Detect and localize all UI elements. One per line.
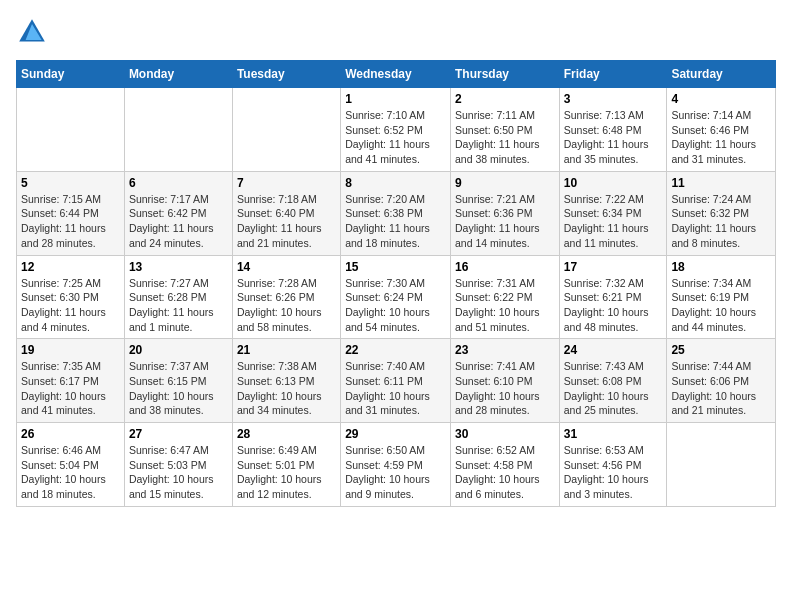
day-number: 24: [564, 343, 663, 357]
calendar-cell: 28Sunrise: 6:49 AM Sunset: 5:01 PM Dayli…: [232, 423, 340, 507]
day-info: Sunrise: 7:43 AM Sunset: 6:08 PM Dayligh…: [564, 359, 663, 418]
calendar-cell: 12Sunrise: 7:25 AM Sunset: 6:30 PM Dayli…: [17, 255, 125, 339]
week-row-1: 1Sunrise: 7:10 AM Sunset: 6:52 PM Daylig…: [17, 88, 776, 172]
day-number: 3: [564, 92, 663, 106]
calendar-cell: 22Sunrise: 7:40 AM Sunset: 6:11 PM Dayli…: [341, 339, 451, 423]
day-info: Sunrise: 7:10 AM Sunset: 6:52 PM Dayligh…: [345, 108, 446, 167]
day-header-saturday: Saturday: [667, 61, 776, 88]
calendar-cell: [232, 88, 340, 172]
day-info: Sunrise: 7:41 AM Sunset: 6:10 PM Dayligh…: [455, 359, 555, 418]
day-info: Sunrise: 7:17 AM Sunset: 6:42 PM Dayligh…: [129, 192, 228, 251]
day-info: Sunrise: 6:52 AM Sunset: 4:58 PM Dayligh…: [455, 443, 555, 502]
page-header: [16, 16, 776, 48]
day-info: Sunrise: 6:46 AM Sunset: 5:04 PM Dayligh…: [21, 443, 120, 502]
day-number: 30: [455, 427, 555, 441]
day-number: 13: [129, 260, 228, 274]
day-info: Sunrise: 7:22 AM Sunset: 6:34 PM Dayligh…: [564, 192, 663, 251]
day-number: 27: [129, 427, 228, 441]
calendar-cell: 19Sunrise: 7:35 AM Sunset: 6:17 PM Dayli…: [17, 339, 125, 423]
day-number: 22: [345, 343, 446, 357]
day-number: 10: [564, 176, 663, 190]
day-header-wednesday: Wednesday: [341, 61, 451, 88]
calendar-header-row: SundayMondayTuesdayWednesdayThursdayFrid…: [17, 61, 776, 88]
day-info: Sunrise: 6:47 AM Sunset: 5:03 PM Dayligh…: [129, 443, 228, 502]
day-number: 23: [455, 343, 555, 357]
day-number: 21: [237, 343, 336, 357]
day-number: 26: [21, 427, 120, 441]
calendar-cell: 16Sunrise: 7:31 AM Sunset: 6:22 PM Dayli…: [450, 255, 559, 339]
day-info: Sunrise: 7:32 AM Sunset: 6:21 PM Dayligh…: [564, 276, 663, 335]
day-info: Sunrise: 7:13 AM Sunset: 6:48 PM Dayligh…: [564, 108, 663, 167]
calendar-cell: 3Sunrise: 7:13 AM Sunset: 6:48 PM Daylig…: [559, 88, 667, 172]
logo: [16, 16, 52, 48]
calendar-cell: 2Sunrise: 7:11 AM Sunset: 6:50 PM Daylig…: [450, 88, 559, 172]
day-header-thursday: Thursday: [450, 61, 559, 88]
day-number: 29: [345, 427, 446, 441]
day-info: Sunrise: 7:25 AM Sunset: 6:30 PM Dayligh…: [21, 276, 120, 335]
day-info: Sunrise: 7:44 AM Sunset: 6:06 PM Dayligh…: [671, 359, 771, 418]
day-info: Sunrise: 7:27 AM Sunset: 6:28 PM Dayligh…: [129, 276, 228, 335]
day-info: Sunrise: 6:53 AM Sunset: 4:56 PM Dayligh…: [564, 443, 663, 502]
calendar-cell: [17, 88, 125, 172]
day-info: Sunrise: 7:11 AM Sunset: 6:50 PM Dayligh…: [455, 108, 555, 167]
day-header-monday: Monday: [124, 61, 232, 88]
calendar-cell: 9Sunrise: 7:21 AM Sunset: 6:36 PM Daylig…: [450, 171, 559, 255]
day-number: 16: [455, 260, 555, 274]
calendar-cell: 13Sunrise: 7:27 AM Sunset: 6:28 PM Dayli…: [124, 255, 232, 339]
day-info: Sunrise: 7:18 AM Sunset: 6:40 PM Dayligh…: [237, 192, 336, 251]
calendar-cell: [124, 88, 232, 172]
calendar-cell: 10Sunrise: 7:22 AM Sunset: 6:34 PM Dayli…: [559, 171, 667, 255]
calendar-cell: 17Sunrise: 7:32 AM Sunset: 6:21 PM Dayli…: [559, 255, 667, 339]
week-row-5: 26Sunrise: 6:46 AM Sunset: 5:04 PM Dayli…: [17, 423, 776, 507]
calendar-cell: [667, 423, 776, 507]
day-number: 31: [564, 427, 663, 441]
logo-icon: [16, 16, 48, 48]
calendar-cell: 14Sunrise: 7:28 AM Sunset: 6:26 PM Dayli…: [232, 255, 340, 339]
calendar-cell: 18Sunrise: 7:34 AM Sunset: 6:19 PM Dayli…: [667, 255, 776, 339]
day-info: Sunrise: 7:20 AM Sunset: 6:38 PM Dayligh…: [345, 192, 446, 251]
day-number: 4: [671, 92, 771, 106]
week-row-4: 19Sunrise: 7:35 AM Sunset: 6:17 PM Dayli…: [17, 339, 776, 423]
day-number: 17: [564, 260, 663, 274]
week-row-2: 5Sunrise: 7:15 AM Sunset: 6:44 PM Daylig…: [17, 171, 776, 255]
calendar-cell: 23Sunrise: 7:41 AM Sunset: 6:10 PM Dayli…: [450, 339, 559, 423]
day-header-tuesday: Tuesday: [232, 61, 340, 88]
calendar-cell: 7Sunrise: 7:18 AM Sunset: 6:40 PM Daylig…: [232, 171, 340, 255]
calendar-cell: 26Sunrise: 6:46 AM Sunset: 5:04 PM Dayli…: [17, 423, 125, 507]
day-number: 5: [21, 176, 120, 190]
calendar-cell: 24Sunrise: 7:43 AM Sunset: 6:08 PM Dayli…: [559, 339, 667, 423]
day-number: 14: [237, 260, 336, 274]
day-info: Sunrise: 7:31 AM Sunset: 6:22 PM Dayligh…: [455, 276, 555, 335]
calendar-cell: 25Sunrise: 7:44 AM Sunset: 6:06 PM Dayli…: [667, 339, 776, 423]
day-number: 6: [129, 176, 228, 190]
day-info: Sunrise: 7:38 AM Sunset: 6:13 PM Dayligh…: [237, 359, 336, 418]
day-info: Sunrise: 7:37 AM Sunset: 6:15 PM Dayligh…: [129, 359, 228, 418]
calendar-cell: 5Sunrise: 7:15 AM Sunset: 6:44 PM Daylig…: [17, 171, 125, 255]
day-info: Sunrise: 7:35 AM Sunset: 6:17 PM Dayligh…: [21, 359, 120, 418]
day-number: 15: [345, 260, 446, 274]
day-number: 2: [455, 92, 555, 106]
calendar-cell: 8Sunrise: 7:20 AM Sunset: 6:38 PM Daylig…: [341, 171, 451, 255]
day-info: Sunrise: 7:15 AM Sunset: 6:44 PM Dayligh…: [21, 192, 120, 251]
day-number: 8: [345, 176, 446, 190]
day-number: 18: [671, 260, 771, 274]
calendar-cell: 11Sunrise: 7:24 AM Sunset: 6:32 PM Dayli…: [667, 171, 776, 255]
day-number: 1: [345, 92, 446, 106]
day-number: 12: [21, 260, 120, 274]
calendar-cell: 4Sunrise: 7:14 AM Sunset: 6:46 PM Daylig…: [667, 88, 776, 172]
day-info: Sunrise: 7:30 AM Sunset: 6:24 PM Dayligh…: [345, 276, 446, 335]
calendar-cell: 20Sunrise: 7:37 AM Sunset: 6:15 PM Dayli…: [124, 339, 232, 423]
day-header-sunday: Sunday: [17, 61, 125, 88]
day-info: Sunrise: 6:49 AM Sunset: 5:01 PM Dayligh…: [237, 443, 336, 502]
calendar-cell: 27Sunrise: 6:47 AM Sunset: 5:03 PM Dayli…: [124, 423, 232, 507]
day-info: Sunrise: 7:24 AM Sunset: 6:32 PM Dayligh…: [671, 192, 771, 251]
day-info: Sunrise: 7:14 AM Sunset: 6:46 PM Dayligh…: [671, 108, 771, 167]
calendar-cell: 29Sunrise: 6:50 AM Sunset: 4:59 PM Dayli…: [341, 423, 451, 507]
day-info: Sunrise: 7:34 AM Sunset: 6:19 PM Dayligh…: [671, 276, 771, 335]
calendar-cell: 6Sunrise: 7:17 AM Sunset: 6:42 PM Daylig…: [124, 171, 232, 255]
day-number: 25: [671, 343, 771, 357]
calendar-cell: 15Sunrise: 7:30 AM Sunset: 6:24 PM Dayli…: [341, 255, 451, 339]
day-header-friday: Friday: [559, 61, 667, 88]
day-info: Sunrise: 7:21 AM Sunset: 6:36 PM Dayligh…: [455, 192, 555, 251]
day-number: 28: [237, 427, 336, 441]
